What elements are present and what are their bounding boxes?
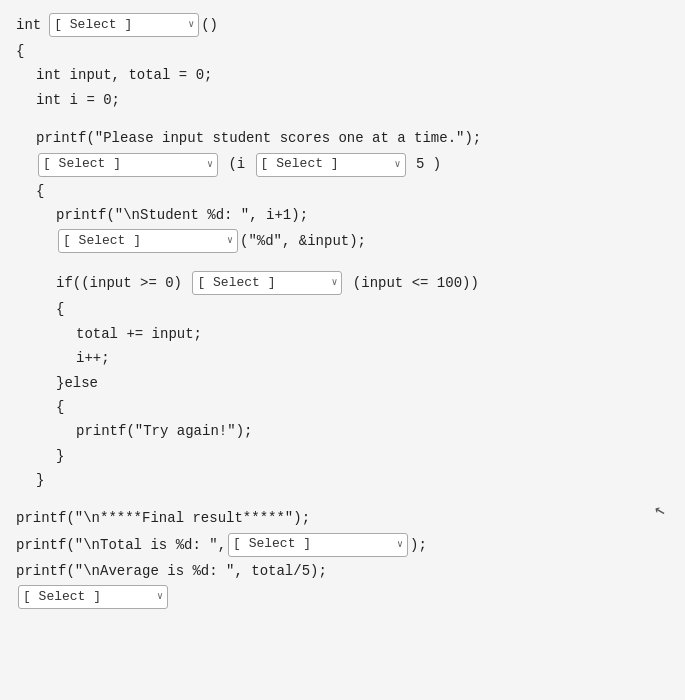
select-total-var-arrow: ∨ [397,537,403,553]
select-scanf-label: [ Select ] [63,231,223,252]
close-brace-1: } [56,445,64,467]
select-return-type[interactable]: [ Select ] ∨ [49,13,199,37]
open-brace-1: { [16,40,24,62]
line-total: total += input; [16,323,669,345]
printf-final-text: printf("\n*****Final result*****"); [16,507,310,529]
select-return-type-label: [ Select ] [54,15,184,36]
increment-text: i++; [76,347,110,369]
line-printf-1: printf("Please input student scores one … [16,127,669,149]
select-total-var[interactable]: [ Select ] ∨ [228,533,408,557]
select-for-condition-label: [ Select ] [261,154,391,175]
line-vars: int input, total = 0; [16,64,669,86]
line-for-loop: [ Select ] ∨ (i [ Select ] ∨ 5 ) [16,152,669,178]
open-brace-4: { [56,396,64,418]
line-open-brace-2: { [16,180,669,202]
line-open-brace-4: { [16,396,669,418]
else-text: }else [56,372,98,394]
line-open-brace-1: { [16,40,669,62]
line-close-brace-1: } [16,445,669,467]
select-last-arrow: ∨ [157,589,163,605]
line-close-brace-2: } [16,469,669,491]
select-scanf-arrow: ∨ [227,233,233,249]
select-for-condition-arrow: ∨ [395,157,401,173]
printf-average-text: printf("\nAverage is %d: ", total/5); [16,560,327,582]
line-printf-final: printf("\n*****Final result*****"); [16,507,669,529]
try-again-text: printf("Try again!"); [76,420,252,442]
select-for-keyword[interactable]: [ Select ] ∨ [38,153,218,177]
select-for-keyword-label: [ Select ] [43,154,203,175]
total-text: total += input; [76,323,202,345]
select-logical-op[interactable]: [ Select ] ∨ [192,271,342,295]
line-open-brace-3: { [16,298,669,320]
close-brace-2: } [36,469,44,491]
line-scanf: [ Select ] ∨ ("%d", &input); [16,228,669,254]
for-open-paren: (i [220,153,254,175]
line-increment: i++; [16,347,669,369]
select-total-var-label: [ Select ] [233,534,393,555]
line-else: }else [16,372,669,394]
printf-1-text: printf("Please input student scores one … [36,127,481,149]
main-container: int [ Select ] ∨ () { int input, total =… [0,0,685,700]
line-printf-average: printf("\nAverage is %d: ", total/5); [16,560,669,582]
select-for-condition[interactable]: [ Select ] ∨ [256,153,406,177]
i-var-text: int i = 0; [36,89,120,111]
func-parens: () [201,14,218,36]
printf-student-text: printf("\nStudent %d: ", i+1); [56,204,308,226]
line-printf-student: printf("\nStudent %d: ", i+1); [16,204,669,226]
select-for-keyword-arrow: ∨ [207,157,213,173]
line-int-select: int [ Select ] ∨ () [16,12,669,38]
line-i-var: int i = 0; [16,89,669,111]
select-scanf[interactable]: [ Select ] ∨ [58,229,238,253]
open-brace-2: { [36,180,44,202]
line-last-select: [ Select ] ∨ [16,584,669,610]
scanf-args: ("%d", &input); [240,230,366,252]
printf-total-post: ); [410,534,427,556]
select-logical-op-label: [ Select ] [197,273,327,294]
select-last[interactable]: [ Select ] ∨ [18,585,168,609]
select-last-label: [ Select ] [23,587,153,608]
for-close-paren: 5 ) [408,153,442,175]
line-try-again: printf("Try again!"); [16,420,669,442]
open-brace-3: { [56,298,64,320]
if-pre-text: if((input >= 0) [56,272,190,294]
printf-total-pre: printf("\nTotal is %d: ", [16,534,226,556]
select-return-type-arrow: ∨ [188,17,194,33]
if-post-text: (input <= 100)) [344,272,478,294]
line-printf-total: printf("\nTotal is %d: ", [ Select ] ∨ )… [16,532,669,558]
line-if-condition: if((input >= 0) [ Select ] ∨ (input <= 1… [16,270,669,296]
int-keyword: int [16,14,41,36]
select-logical-op-arrow: ∨ [331,275,337,291]
vars-text: int input, total = 0; [36,64,212,86]
